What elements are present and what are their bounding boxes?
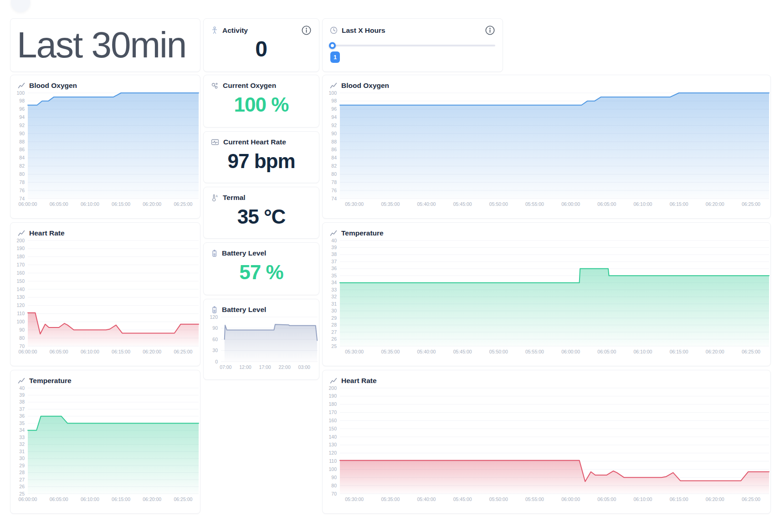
svg-text:84: 84	[331, 155, 337, 160]
svg-text:06:10:00: 06:10:00	[81, 496, 99, 502]
svg-text:33: 33	[331, 287, 337, 292]
chart-title: Heart Rate	[29, 229, 65, 237]
svg-text:17:00: 17:00	[259, 364, 271, 370]
svg-text:27: 27	[19, 477, 25, 482]
svg-text:90: 90	[331, 131, 337, 136]
svg-text:40: 40	[19, 385, 25, 391]
svg-text:06:25:00: 06:25:00	[174, 496, 192, 502]
temperature-30min-card: Temperature 2526272829303132333435363738…	[10, 370, 200, 514]
svg-text:30: 30	[212, 348, 218, 353]
svg-text:31: 31	[331, 301, 337, 307]
molecule-icon	[211, 82, 219, 90]
svg-text:150: 150	[16, 278, 25, 284]
svg-text:86: 86	[331, 147, 337, 152]
svg-text:06:25:00: 06:25:00	[174, 201, 192, 207]
svg-text:190: 190	[16, 246, 25, 251]
battery-level-card: ? Battery Level 57 %	[203, 242, 319, 295]
svg-text:06:25:00: 06:25:00	[174, 349, 192, 354]
temperature-1h-chart[interactable]: 2526272829303132333435363738394005:30:00…	[323, 237, 770, 357]
hours-slider-handle[interactable]	[329, 42, 336, 49]
svg-text:05:30:00: 05:30:00	[345, 349, 364, 354]
hours-slider-track[interactable]	[330, 45, 495, 46]
termal-value: 35 °C	[204, 205, 319, 228]
svg-text:05:45:00: 05:45:00	[453, 201, 472, 207]
floating-button-partial[interactable]	[11, 0, 30, 12]
current-oxygen-card: Current Oxygen 100 %	[203, 75, 319, 128]
svg-text:06:00:00: 06:00:00	[19, 349, 37, 354]
svg-text:06:15:00: 06:15:00	[112, 201, 130, 207]
svg-text:36: 36	[331, 266, 337, 271]
svg-text:74: 74	[331, 196, 337, 201]
svg-text:06:25:00: 06:25:00	[742, 349, 760, 354]
svg-text:40: 40	[331, 238, 337, 243]
stat-label: Termal	[223, 194, 246, 202]
svg-text:80: 80	[19, 335, 25, 341]
chart-title: Temperature	[29, 377, 72, 385]
svg-text:86: 86	[19, 147, 25, 152]
heart-rate-30min-chart[interactable]: 7080901001101201301401501601701801902000…	[10, 237, 200, 357]
activity-label: Activity	[222, 26, 248, 35]
svg-text:03:00: 03:00	[298, 364, 310, 370]
svg-text:130: 130	[16, 294, 25, 300]
battery-history-card: ? Battery Level 030609012007:0012:0017:0…	[203, 299, 319, 380]
current-heart-rate-value: 97 bpm	[204, 150, 319, 173]
line-chart-icon	[330, 230, 337, 236]
heart-rate-1h-chart[interactable]: 7080901001101201301401501601701801902000…	[323, 385, 770, 504]
svg-text:39: 39	[331, 245, 337, 250]
svg-text:160: 160	[328, 418, 337, 423]
svg-text:06:05:00: 06:05:00	[50, 201, 68, 207]
svg-text:05:50:00: 05:50:00	[489, 201, 508, 207]
svg-text:76: 76	[19, 188, 25, 193]
svg-text:37: 37	[19, 406, 25, 412]
svg-text:27: 27	[331, 329, 337, 335]
svg-text:82: 82	[331, 163, 337, 169]
current-oxygen-value: 100 %	[204, 93, 319, 116]
svg-text:?: ?	[214, 307, 215, 310]
svg-text:06:20:00: 06:20:00	[143, 201, 161, 207]
svg-text:06:05:00: 06:05:00	[597, 201, 616, 207]
svg-text:05:50:00: 05:50:00	[489, 349, 508, 354]
activity-card: Activity 0	[203, 18, 319, 72]
svg-text:100: 100	[16, 90, 25, 96]
svg-text:200: 200	[328, 385, 337, 391]
heart-rate-30min-card: Heart Rate 70809010011012013014015016017…	[10, 222, 200, 366]
svg-text:30: 30	[331, 308, 337, 313]
info-icon[interactable]	[485, 25, 495, 36]
svg-text:06:05:00: 06:05:00	[597, 349, 616, 354]
svg-text:26: 26	[19, 484, 25, 489]
svg-text:25: 25	[331, 343, 337, 349]
svg-text:82: 82	[19, 163, 25, 169]
svg-text:110: 110	[17, 311, 25, 316]
svg-text:80: 80	[331, 171, 337, 177]
svg-text:37: 37	[331, 259, 337, 264]
info-icon[interactable]	[301, 25, 312, 36]
svg-text:70: 70	[19, 343, 25, 349]
heart-rate-1h-card: Heart Rate 70809010011012013014015016017…	[322, 370, 771, 514]
thermometer-icon: A	[211, 194, 219, 202]
line-chart-icon	[18, 82, 25, 89]
blood-oxygen-30min-chart[interactable]: 7476788082848688909294969810006:00:0006:…	[10, 90, 200, 209]
stat-label: Battery Level	[222, 249, 266, 257]
blood-oxygen-1h-chart[interactable]: 7476788082848688909294969810005:30:0005:…	[323, 90, 770, 209]
svg-text:06:20:00: 06:20:00	[706, 496, 724, 502]
svg-text:90: 90	[19, 327, 25, 332]
line-chart-icon	[18, 230, 25, 236]
top-row: Last 30min Activity 0	[10, 18, 771, 72]
svg-text:05:40:00: 05:40:00	[417, 496, 436, 502]
svg-text:06:15:00: 06:15:00	[670, 349, 688, 354]
svg-text:06:00:00: 06:00:00	[561, 201, 580, 207]
svg-text:06:05:00: 06:05:00	[50, 496, 68, 502]
temperature-30min-chart[interactable]: 2526272829303132333435363738394006:00:00…	[10, 385, 200, 504]
svg-text:150: 150	[328, 426, 337, 431]
line-chart-icon	[18, 378, 25, 384]
svg-text:05:35:00: 05:35:00	[381, 496, 400, 502]
battery-level-value: 57 %	[204, 261, 319, 284]
svg-text:38: 38	[331, 251, 337, 257]
column-current-values: Current Oxygen 100 % Current Heart Rate …	[203, 75, 319, 514]
svg-text:06:20:00: 06:20:00	[143, 349, 161, 354]
battery-history-chart[interactable]: 030609012007:0012:0017:0022:0003:00	[204, 314, 319, 372]
svg-text:06:00:00: 06:00:00	[561, 349, 580, 354]
battery-icon: ?	[211, 249, 218, 257]
svg-text:06:00:00: 06:00:00	[561, 496, 580, 502]
main-grid: Blood Oxygen 747678808284868890929496981…	[10, 75, 771, 514]
